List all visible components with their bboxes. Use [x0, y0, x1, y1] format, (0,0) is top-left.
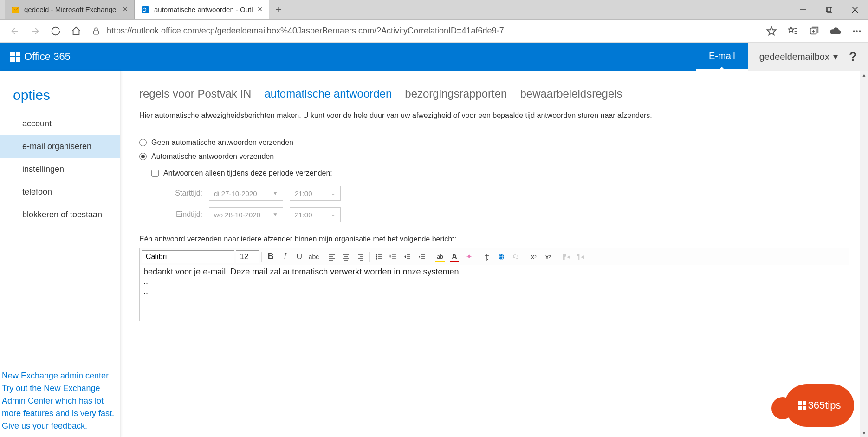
editor-word: worden: [364, 267, 391, 276]
start-date-select[interactable]: di 27-10-2020▼: [209, 186, 283, 201]
home-button[interactable]: [66, 21, 86, 41]
svg-rect-0: [12, 7, 19, 13]
radio-send-autoreply[interactable]: Automatische antwoorden verzenden: [139, 152, 849, 161]
scroll-up-icon[interactable]: ▲: [860, 71, 868, 79]
url-field[interactable]: https://outlook.office.com/ecp/gedeeldem…: [92, 26, 754, 36]
back-button[interactable]: [5, 21, 25, 41]
rtl-button[interactable]: ¶◂: [574, 250, 587, 263]
sidebar-item[interactable]: telefoon: [0, 181, 120, 203]
refresh-button[interactable]: [45, 21, 66, 41]
svg-point-34: [376, 258, 377, 259]
office-logo-icon: [10, 52, 20, 62]
auto-reply-radio-group: Geen automatische antwoorden verzenden A…: [139, 138, 849, 161]
underline-button[interactable]: U: [293, 250, 306, 263]
new-tab-button[interactable]: +: [269, 4, 288, 16]
text-direction-button[interactable]: [480, 250, 493, 263]
align-right-button[interactable]: [354, 250, 367, 263]
minimize-button[interactable]: [790, 0, 816, 20]
editor-word: bedankt: [143, 267, 173, 276]
content-tab[interactable]: regels voor Postvak IN: [139, 87, 251, 100]
collections-icon[interactable]: [808, 25, 821, 38]
close-window-button[interactable]: [842, 0, 868, 20]
editor-label: Eén antwoord verzenden naar iedere afzen…: [139, 235, 849, 243]
browser-tab-active[interactable]: automatische antwoorden - Outl ×: [135, 0, 269, 19]
period-checkbox-row[interactable]: Antwoorden alleen tijdens deze periode v…: [151, 169, 849, 177]
content-tab[interactable]: bewaarbeleidsregels: [520, 87, 622, 100]
vertical-scrollbar[interactable]: ▲ ▼: [860, 71, 868, 437]
radio-icon[interactable]: [139, 153, 147, 160]
editor-word: mail: [252, 267, 267, 276]
main-content: regels voor Postvak INautomatische antwo…: [121, 71, 868, 437]
checkbox-icon[interactable]: [151, 170, 159, 177]
radio-no-autoreply[interactable]: Geen automatische antwoorden verzenden: [139, 138, 849, 147]
favorites-list-icon[interactable]: [786, 25, 799, 38]
close-icon[interactable]: ×: [123, 5, 128, 14]
sidebar-title: opties: [0, 87, 120, 112]
address-bar: https://outlook.office.com/ecp/gedeeldem…: [0, 20, 868, 43]
strikethrough-button[interactable]: abc: [307, 250, 320, 263]
end-label: Eindtijd:: [165, 210, 202, 219]
svg-point-33: [376, 256, 377, 257]
svg-marker-9: [767, 26, 776, 34]
superscript-button[interactable]: x2: [527, 250, 540, 263]
highlight-color-button[interactable]: ab: [434, 250, 447, 263]
more-menu-icon[interactable]: [850, 25, 863, 38]
editor-word: automatisch: [283, 267, 328, 276]
font-size-select[interactable]: [236, 250, 259, 263]
close-icon[interactable]: ×: [258, 5, 263, 14]
editor-word: je: [194, 267, 201, 276]
new-admin-center-promo[interactable]: New Exchange admin center Try out the Ne…: [2, 370, 117, 432]
editor-textarea[interactable]: bedankt voor je e-mail. Deze mail zal au…: [140, 265, 849, 321]
content-tabs: regels voor Postvak INautomatische antwo…: [139, 87, 849, 100]
header-app-link[interactable]: E-mail: [696, 43, 748, 71]
font-family-select[interactable]: [142, 250, 234, 263]
office365-logo[interactable]: Office 365: [0, 51, 81, 63]
italic-button[interactable]: I: [279, 250, 291, 263]
align-center-button[interactable]: [340, 250, 353, 263]
content-tab[interactable]: bezorgingsrapporten: [405, 87, 507, 100]
browser-tab-inactive[interactable]: gedeeld - Microsoft Exchange ×: [5, 0, 135, 19]
clear-formatting-button[interactable]: ✦: [462, 250, 475, 263]
sidebar-item[interactable]: account: [0, 112, 120, 135]
editor-word: systemen...: [423, 267, 466, 276]
365tips-badge[interactable]: 365tips: [784, 384, 854, 427]
svg-rect-8: [94, 31, 99, 34]
bold-button[interactable]: B: [264, 250, 277, 263]
remove-link-button[interactable]: [509, 250, 522, 263]
svg-marker-10: [789, 27, 794, 32]
end-date-select[interactable]: wo 28-10-2020▼: [209, 207, 283, 222]
favorite-star-icon[interactable]: [765, 25, 778, 38]
ltr-button[interactable]: ⁋◂: [560, 250, 573, 263]
editor-toolbar: B I U abc 12 ab A ✦: [140, 248, 849, 265]
page-description: Hier automatische afwezigheidsberichten …: [139, 111, 849, 120]
chevron-down-icon: ⌄: [331, 190, 336, 196]
number-list-button[interactable]: 12: [387, 250, 400, 263]
brand-text: Office 365: [24, 51, 71, 63]
tab-title: automatische antwoorden - Outl: [154, 6, 253, 13]
sidebar-item[interactable]: instellingen: [0, 158, 120, 181]
insert-link-button[interactable]: [495, 250, 508, 263]
user-menu[interactable]: gedeeldemailbox ▾: [759, 51, 838, 62]
svg-text:2: 2: [389, 256, 391, 259]
subscript-button[interactable]: x2: [542, 250, 555, 263]
end-time-select[interactable]: 21:00⌄: [290, 207, 341, 222]
options-sidebar: opties accounte-mail organisereninstelli…: [0, 71, 121, 437]
sidebar-item[interactable]: e-mail organiseren: [0, 135, 120, 158]
start-time-select[interactable]: 21:00⌄: [290, 186, 341, 201]
content-tab[interactable]: automatische antwoorden: [264, 87, 392, 100]
sidebar-item[interactable]: blokkeren of toestaan: [0, 203, 120, 226]
forward-button[interactable]: [25, 21, 45, 41]
help-button[interactable]: ?: [849, 49, 857, 64]
bullet-list-button[interactable]: [372, 250, 385, 263]
scroll-down-icon[interactable]: ▼: [860, 429, 868, 437]
maximize-button[interactable]: [816, 0, 842, 20]
font-color-button[interactable]: A: [448, 250, 461, 263]
outdent-button[interactable]: [401, 250, 414, 263]
indent-button[interactable]: [415, 250, 428, 263]
caret-down-icon: ▼: [272, 211, 278, 218]
radio-icon[interactable]: [139, 139, 147, 146]
cloud-sync-icon[interactable]: [829, 25, 842, 38]
align-left-button[interactable]: [325, 250, 338, 263]
svg-marker-46: [404, 255, 406, 258]
start-time-row: Starttijd: di 27-10-2020▼ 21:00⌄: [165, 186, 849, 201]
